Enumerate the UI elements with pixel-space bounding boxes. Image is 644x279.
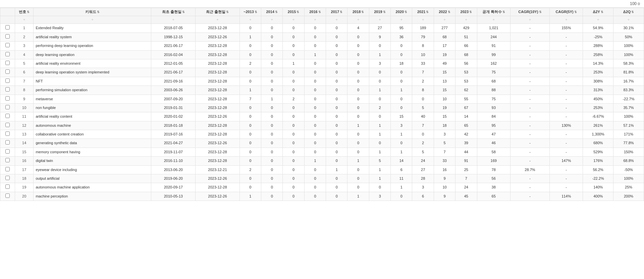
filter-cell-y2019[interactable]: ÷ [369, 16, 390, 24]
checkbox-input-10[interactable] [5, 105, 10, 109]
sort-icon-y2018[interactable]: ⇅ [361, 10, 364, 14]
checkbox-input-20[interactable] [5, 193, 10, 198]
header-cell-first[interactable]: 최초 출현일⇅ [151, 8, 196, 16]
row-checkbox-3[interactable] [0, 42, 15, 50]
sort-icon-patent[interactable]: ⇅ [502, 10, 505, 14]
row-keyword-16[interactable]: digital twin [34, 157, 151, 165]
row-checkbox-9[interactable] [0, 95, 15, 103]
checkbox-input-18[interactable] [5, 176, 10, 180]
filter-cell-y2022[interactable]: ÷ [434, 16, 455, 24]
checkbox-input-1[interactable] [5, 25, 10, 30]
sort-icon-y2017[interactable]: ⇅ [340, 10, 342, 14]
filter-cell-y2020[interactable]: ÷ [391, 16, 412, 24]
header-cell-y2021[interactable]: 2021⇅ [412, 8, 434, 16]
checkbox-input-16[interactable] [5, 158, 10, 162]
row-keyword-10[interactable]: non fungible [34, 103, 151, 112]
checkbox-input-11[interactable] [5, 114, 10, 118]
filter-cell-pre2013[interactable]: ÷ [239, 16, 261, 24]
sort-icon-y2023[interactable]: ⇅ [469, 10, 472, 14]
row-keyword-6[interactable]: deep learning operation system implement… [34, 68, 151, 77]
sort-icon-pre2013[interactable]: ⇅ [255, 10, 257, 14]
filter-cell-cagr10[interactable]: ÷ [510, 16, 549, 24]
row-checkbox-15[interactable] [0, 148, 15, 156]
row-checkbox-1[interactable] [0, 24, 15, 33]
checkbox-input-19[interactable] [5, 184, 10, 189]
filter-cell-y2014[interactable]: ÷ [261, 16, 283, 24]
sort-icon-num[interactable]: ⇅ [27, 10, 30, 14]
row-checkbox-18[interactable] [0, 174, 15, 183]
header-cell-keyword[interactable]: 키워드⇅ [34, 8, 151, 16]
checkbox-input-2[interactable] [5, 34, 10, 39]
header-cell-pre2013[interactable]: ~2013⇅ [239, 8, 261, 16]
row-checkbox-13[interactable] [0, 130, 15, 139]
row-keyword-15[interactable]: memory component having [34, 148, 151, 156]
sort-icon-d2q[interactable]: ⇅ [631, 10, 634, 14]
header-cell-d2q[interactable]: Δ2Q⇅ [613, 8, 644, 16]
sort-icon-y2021[interactable]: ⇅ [426, 10, 429, 14]
row-checkbox-5[interactable] [0, 59, 15, 68]
row-keyword-4[interactable]: deep learning operation [34, 50, 151, 59]
row-keyword-14[interactable]: generating synthetic data [34, 139, 151, 148]
header-cell-cagr5[interactable]: CAGR(5Y)⇅ [549, 8, 583, 16]
checkbox-input-6[interactable] [5, 69, 10, 74]
row-checkbox-14[interactable] [0, 139, 15, 148]
filter-cell-y2016[interactable]: ÷ [304, 16, 326, 24]
filter-cell-y2018[interactable]: ÷ [347, 16, 369, 24]
checkbox-input-8[interactable] [5, 87, 10, 92]
filter-cell-d2q[interactable]: ÷ [613, 16, 644, 24]
header-cell-patent[interactable]: 공개 특허수⇅ [477, 8, 510, 16]
row-checkbox-8[interactable] [0, 86, 15, 95]
row-keyword-8[interactable]: performing simulation operation [34, 86, 151, 95]
sort-icon-y2019[interactable]: ⇅ [383, 10, 386, 14]
header-cell-y2023[interactable]: 2023⇅ [455, 8, 477, 16]
checkbox-input-4[interactable] [5, 52, 10, 56]
header-cell-y2018[interactable]: 2018⇅ [347, 8, 369, 16]
row-keyword-20[interactable]: machine perception [34, 192, 151, 201]
sort-icon-y2015[interactable]: ⇅ [297, 10, 299, 14]
checkbox-input-14[interactable] [5, 140, 10, 145]
filter-cell-last[interactable]: ÷ [196, 16, 240, 24]
filter-cell-patent[interactable]: ÷ [477, 16, 510, 24]
checkbox-input-3[interactable] [5, 43, 10, 47]
sort-icon-y2020[interactable]: ⇅ [405, 10, 407, 14]
header-cell-d2y[interactable]: Δ2Y⇅ [583, 8, 613, 16]
checkbox-input-12[interactable] [5, 123, 10, 127]
row-keyword-2[interactable]: artificial reality system [34, 33, 151, 41]
row-keyword-18[interactable]: output artificial [34, 174, 151, 183]
filter-cell-y2021[interactable]: ÷ [412, 16, 434, 24]
filter-cell-keyword[interactable]: ÷ [34, 16, 151, 24]
sort-icon-last[interactable]: ⇅ [226, 10, 229, 14]
checkbox-input-13[interactable] [5, 131, 10, 136]
filter-cell-d2y[interactable]: ÷ [583, 16, 613, 24]
header-cell-y2014[interactable]: 2014⇅ [261, 8, 283, 16]
sort-icon-keyword[interactable]: ⇅ [97, 10, 100, 14]
header-cell-y2017[interactable]: 2017⇅ [326, 8, 347, 16]
header-cell-y2022[interactable]: 2022⇅ [434, 8, 455, 16]
row-checkbox-19[interactable] [0, 183, 15, 192]
filter-cell-y2015[interactable]: ÷ [283, 16, 304, 24]
sort-icon-d2y[interactable]: ⇅ [601, 10, 603, 14]
filter-cell-first[interactable]: ÷ [151, 16, 196, 24]
header-cell-y2020[interactable]: 2020⇅ [391, 8, 412, 16]
checkbox-input-5[interactable] [5, 61, 10, 65]
row-checkbox-6[interactable] [0, 68, 15, 77]
row-checkbox-10[interactable] [0, 103, 15, 112]
row-keyword-7[interactable]: NFT [34, 77, 151, 86]
header-cell-y2015[interactable]: 2015⇅ [283, 8, 304, 16]
row-checkbox-17[interactable] [0, 165, 15, 174]
row-checkbox-12[interactable] [0, 121, 15, 130]
sort-icon-y2022[interactable]: ⇅ [448, 10, 450, 14]
header-cell-num[interactable]: 번호⇅ [15, 8, 34, 16]
sort-icon-first[interactable]: ⇅ [182, 10, 185, 14]
row-checkbox-20[interactable] [0, 192, 15, 201]
row-keyword-11[interactable]: artificial reality content [34, 112, 151, 121]
row-checkbox-16[interactable] [0, 157, 15, 165]
filter-cell-y2017[interactable]: ÷ [326, 16, 347, 24]
header-cell-y2016[interactable]: 2016⇅ [304, 8, 326, 16]
header-cell-last[interactable]: 최근 출현일⇅ [196, 8, 240, 16]
row-keyword-12[interactable]: autonomous machine [34, 121, 151, 130]
row-keyword-5[interactable]: artificial reality environment [34, 59, 151, 68]
row-checkbox-2[interactable] [0, 33, 15, 41]
row-keyword-19[interactable]: autonomous machine application [34, 183, 151, 192]
header-cell-cagr10[interactable]: CAGR(10Y)⇅ [510, 8, 549, 16]
